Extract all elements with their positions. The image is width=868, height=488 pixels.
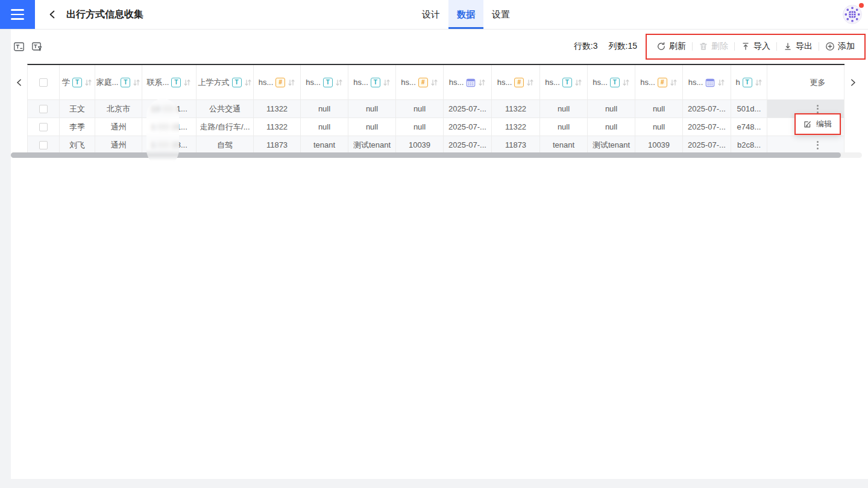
table-cell[interactable]: 11322 [492, 100, 540, 118]
column-header-2[interactable]: 联系...T [142, 65, 197, 100]
table-cell[interactable]: 王文 [60, 100, 95, 118]
table-cell[interactable]: 刘飞 [60, 136, 95, 154]
table-cell[interactable]: e748... [731, 118, 767, 136]
table-cell[interactable]: tenant [540, 136, 588, 154]
app-logo-icon [843, 5, 862, 24]
table-cell[interactable]: null [348, 100, 396, 118]
column-header-0[interactable]: 学T [60, 65, 95, 100]
table-cell[interactable]: null [588, 100, 635, 118]
table-cell[interactable]: 10039 [635, 136, 683, 154]
avatar[interactable] [843, 5, 862, 24]
column-header-5[interactable]: hs...T [301, 65, 348, 100]
scroll-left-button[interactable] [13, 76, 26, 89]
edit-button-label: 编辑 [816, 119, 832, 130]
row-actions-button[interactable] [814, 139, 821, 152]
import-button-label: 导入 [753, 41, 770, 52]
table-cell[interactable]: null [396, 118, 444, 136]
scroll-right-button[interactable] [846, 76, 860, 89]
table-cell[interactable]: 2025-07-... [683, 100, 731, 118]
table-cell[interactable]: 10039 [396, 136, 444, 154]
import-button[interactable]: 导入 [735, 41, 776, 52]
tab-2[interactable]: 设置 [483, 0, 518, 29]
table-cell[interactable]: 通州 [95, 136, 142, 154]
table-cell[interactable]: 测试tenant [348, 136, 396, 154]
text-type-icon: T [562, 78, 572, 87]
field-display-settings-button[interactable] [13, 41, 25, 52]
table-cell[interactable]: 走路/自行车/... [197, 118, 254, 136]
table-cell[interactable]: 11873 [492, 136, 540, 154]
table-cell[interactable]: 131... [142, 100, 197, 118]
column-header-9[interactable]: hs...# [492, 65, 540, 100]
table-cell[interactable]: 2025-07-... [683, 118, 731, 136]
hamburger-menu-button[interactable] [0, 0, 35, 29]
column-header-7[interactable]: hs...# [396, 65, 444, 100]
row-checkbox[interactable] [39, 105, 48, 113]
table-cell[interactable]: null [396, 100, 444, 118]
app-window: 出行方式信息收集 设计数据设置 [0, 0, 868, 488]
table-cell[interactable]: 123... [142, 136, 197, 154]
row-checkbox[interactable] [39, 123, 48, 131]
table-cell[interactable]: null [635, 118, 683, 136]
table-cell[interactable]: 2025-07-... [683, 136, 731, 154]
column-header-10[interactable]: hs...T [540, 65, 588, 100]
row-select-cell [28, 100, 60, 118]
column-header-12[interactable]: hs...# [635, 65, 683, 100]
table-cell[interactable]: null [635, 100, 683, 118]
field-filter-button[interactable] [31, 41, 43, 52]
export-button-label: 导出 [796, 41, 813, 52]
table-cell[interactable]: 11873 [254, 136, 301, 154]
tab-0[interactable]: 设计 [414, 0, 448, 29]
column-count: 列数:15 [609, 41, 637, 52]
column-header-3[interactable]: 上学方式T [197, 65, 254, 100]
column-header-11[interactable]: hs...T [588, 65, 635, 100]
table-cell[interactable]: 11322 [254, 100, 301, 118]
delete-button[interactable]: 删除 [693, 41, 734, 52]
sort-icon [133, 78, 140, 87]
table-cell[interactable]: 通州 [95, 118, 142, 136]
row-more-cell[interactable] [767, 136, 844, 154]
masked-digits [156, 142, 171, 148]
sort-icon [244, 78, 252, 87]
table-cell[interactable]: 公共交通 [197, 100, 254, 118]
table-cell[interactable]: 2025-07-... [444, 136, 492, 154]
table-cell[interactable]: 测试tenant [588, 136, 635, 154]
column-header-4[interactable]: hs...# [254, 65, 301, 100]
table-cell[interactable]: null [540, 100, 588, 118]
toolbar: 行数:3 列数:15 刷新 删除 导入 导出 添加 [11, 29, 868, 64]
column-header-13[interactable]: hs... [683, 65, 731, 100]
table-cell[interactable]: null [540, 118, 588, 136]
table-cell[interactable]: 501d... [731, 100, 767, 118]
export-button[interactable]: 导出 [777, 41, 819, 52]
table-cell[interactable]: 11322 [254, 118, 301, 136]
table-cell[interactable]: 自驾 [197, 136, 254, 154]
add-button[interactable]: 添加 [819, 41, 861, 52]
refresh-button[interactable]: 刷新 [650, 41, 692, 52]
table-cell[interactable]: 11322 [492, 118, 540, 136]
table-cell[interactable]: tenant [301, 136, 348, 154]
table-cell[interactable]: 北京市 [95, 100, 142, 118]
column-header-label: hs... [259, 78, 274, 87]
text-type-icon: T [72, 78, 82, 87]
horizontal-scrollbar-thumb[interactable] [11, 152, 841, 158]
table-cell[interactable]: 2025-07-... [444, 100, 492, 118]
row-checkbox[interactable] [39, 141, 48, 149]
column-header-label: hs... [353, 78, 368, 87]
edit-button[interactable]: 编辑 [796, 114, 840, 134]
column-header-1[interactable]: 家庭...T [95, 65, 142, 100]
text-type-icon: T [743, 78, 752, 87]
table-cell[interactable]: 121... [142, 118, 197, 136]
column-header-14[interactable]: hT [731, 65, 767, 100]
table-cell[interactable]: 李季 [60, 118, 95, 136]
table-cell[interactable]: null [301, 100, 348, 118]
back-button[interactable] [46, 8, 59, 21]
column-header-6[interactable]: hs...T [348, 65, 396, 100]
table-cell[interactable]: 2025-07-... [444, 118, 492, 136]
sort-icon [335, 78, 343, 87]
table-cell[interactable]: null [348, 118, 396, 136]
table-cell[interactable]: b2c8... [731, 136, 767, 154]
tab-1[interactable]: 数据 [448, 0, 483, 29]
select-all-checkbox[interactable] [39, 78, 48, 87]
column-header-8[interactable]: hs... [444, 65, 492, 100]
table-cell[interactable]: null [301, 118, 348, 136]
table-cell[interactable]: null [588, 118, 635, 136]
